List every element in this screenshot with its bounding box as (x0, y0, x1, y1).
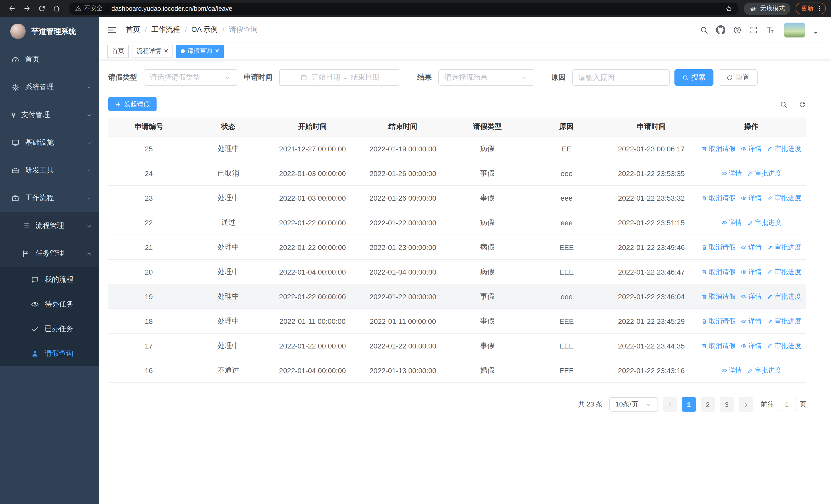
sidebar-item-dev-tools[interactable]: 研发工具 (0, 156, 99, 184)
detail-link[interactable]: 详情 (741, 193, 762, 203)
end-date-placeholder: 结束日期 (351, 73, 379, 82)
tab-leave-query[interactable]: 请假查询 ✕ (176, 45, 224, 58)
cell-status: 处理中 (190, 235, 268, 260)
cell-leave-type: 病假 (448, 136, 526, 161)
sidebar-item-payment[interactable]: ¥ 支付管理 (0, 101, 99, 129)
browser-home-button[interactable] (50, 2, 64, 16)
browser-back-button[interactable] (5, 2, 19, 16)
cell-apply-id: 24 (108, 161, 190, 185)
trash-icon (701, 293, 707, 299)
detail-link[interactable]: 详情 (741, 317, 762, 326)
sidebar-item-done-tasks[interactable]: 已办任务 (0, 317, 99, 341)
prev-page-button[interactable] (663, 397, 677, 412)
security-warning[interactable]: 不安全 (75, 4, 103, 13)
sidebar-item-workflow[interactable]: 工作流程 (0, 184, 99, 212)
sidebar-item-home[interactable]: 首页 (0, 46, 99, 73)
app-logo[interactable]: 芋道管理系统 (0, 17, 99, 46)
approval-progress-link[interactable]: 审批进度 (767, 341, 801, 350)
cancel-leave-link[interactable]: 取消请假 (701, 144, 736, 153)
cell-end-time: 2022-01-19 00:00:00 (357, 136, 448, 161)
url-text: dashboard.yudao.iocoder.cn/bpm/oa/leave (111, 5, 721, 12)
approval-progress-link[interactable]: 审批进度 (747, 366, 781, 375)
search-button[interactable]: 搜索 (675, 69, 713, 86)
breadcrumb-home[interactable]: 首页 (126, 25, 140, 34)
tab-process-detail[interactable]: 流程详情 ✕ (132, 45, 173, 58)
browser-update-button[interactable]: 更新 (796, 3, 826, 14)
browser-reload-button[interactable] (35, 2, 49, 16)
edit-icon (767, 343, 773, 349)
goto-page-input[interactable] (778, 398, 796, 411)
user-avatar[interactable] (784, 22, 805, 37)
close-icon[interactable]: ✕ (164, 48, 168, 54)
approval-progress-link[interactable]: 审批进度 (767, 193, 801, 203)
approval-progress-link[interactable]: 审批进度 (747, 218, 781, 227)
page-button-1[interactable]: 1 (682, 397, 696, 412)
toggle-search-icon[interactable] (780, 100, 787, 108)
detail-link[interactable]: 详情 (721, 366, 742, 375)
cell-start-time: 2022-01-22 00:00:00 (267, 333, 357, 358)
cancel-leave-link[interactable]: 取消请假 (701, 341, 736, 350)
font-size-icon[interactable] (766, 25, 775, 34)
github-icon[interactable] (716, 25, 725, 34)
apply-time-range-picker[interactable]: 开始日期 - 结束日期 (279, 69, 400, 86)
help-icon[interactable] (733, 25, 742, 34)
cell-reason: EEE (526, 309, 607, 333)
detail-link[interactable]: 详情 (721, 169, 742, 178)
eye-icon (721, 219, 727, 226)
reason-input[interactable] (572, 69, 670, 86)
browser-forward-button[interactable] (20, 2, 34, 16)
tab-home[interactable]: 首页 (107, 45, 129, 58)
cancel-leave-link[interactable]: 取消请假 (701, 267, 736, 276)
page-button-3[interactable]: 3 (720, 397, 734, 412)
browser-menu-icon[interactable] (815, 5, 823, 12)
approval-progress-link[interactable]: 审批进度 (747, 169, 781, 178)
leave-type-select[interactable]: 请选择请假类型 (144, 69, 237, 86)
refresh-table-icon[interactable] (799, 100, 806, 108)
detail-link[interactable]: 详情 (741, 144, 762, 153)
sidebar-item-task-management[interactable]: 任务管理 (0, 240, 99, 267)
page-size-select[interactable]: 10条/页 (609, 397, 658, 412)
result-select[interactable]: 请选择流结果 (438, 69, 534, 86)
navbar-actions (699, 22, 819, 37)
approval-progress-link[interactable]: 审批进度 (767, 317, 801, 326)
col-leave-type: 请假类型 (448, 118, 526, 136)
cancel-leave-link[interactable]: 取消请假 (701, 242, 736, 252)
approval-progress-link[interactable]: 审批进度 (767, 144, 801, 153)
reset-button[interactable]: 重置 (719, 69, 757, 86)
sidebar-collapse-button[interactable] (107, 25, 117, 35)
fullscreen-icon[interactable] (749, 25, 758, 34)
sidebar-item-my-processes[interactable]: 我的流程 (0, 267, 99, 292)
detail-link[interactable]: 详情 (741, 292, 762, 301)
close-icon[interactable]: ✕ (214, 48, 219, 54)
next-page-button[interactable] (739, 397, 753, 412)
bookmark-star-icon[interactable] (725, 5, 733, 12)
sidebar-item-todo-tasks[interactable]: 待办任务 (0, 292, 99, 317)
cell-reason: EEE (526, 260, 607, 284)
address-bar[interactable]: 不安全 dashboard.yudao.iocoder.cn/bpm/oa/le… (69, 2, 739, 14)
detail-link[interactable]: 详情 (741, 267, 762, 276)
sidebar-item-process-management[interactable]: 流程管理 (0, 212, 99, 240)
create-leave-button[interactable]: 发起请假 (108, 97, 156, 111)
avatar-caret-icon[interactable] (812, 30, 819, 36)
detail-link[interactable]: 详情 (741, 242, 762, 252)
edit-icon (767, 244, 773, 250)
edit-icon (767, 293, 773, 299)
sidebar-item-system[interactable]: 系统管理 (0, 73, 99, 101)
breadcrumb-oa-example[interactable]: OA 示例 (192, 25, 218, 34)
approval-progress-link[interactable]: 审批进度 (767, 292, 801, 301)
sidebar-item-leave-query[interactable]: 请假查询 (0, 341, 99, 366)
sidebar-item-infrastructure[interactable]: 基础设施 (0, 129, 99, 156)
page-button-2[interactable]: 2 (700, 397, 715, 412)
approval-progress-link[interactable]: 审批进度 (767, 267, 801, 276)
cancel-leave-link[interactable]: 取消请假 (701, 292, 736, 301)
search-icon[interactable] (699, 25, 708, 34)
detail-link[interactable]: 详情 (741, 341, 762, 350)
breadcrumb-workflow[interactable]: 工作流程 (151, 25, 180, 34)
start-date-placeholder: 开始日期 (311, 73, 340, 82)
cell-start-time: 2022-01-04 00:00:00 (267, 358, 357, 383)
refresh-icon (726, 74, 733, 81)
cancel-leave-link[interactable]: 取消请假 (701, 317, 736, 326)
cancel-leave-link[interactable]: 取消请假 (701, 193, 736, 203)
approval-progress-link[interactable]: 审批进度 (767, 242, 801, 252)
detail-link[interactable]: 详情 (721, 218, 742, 227)
